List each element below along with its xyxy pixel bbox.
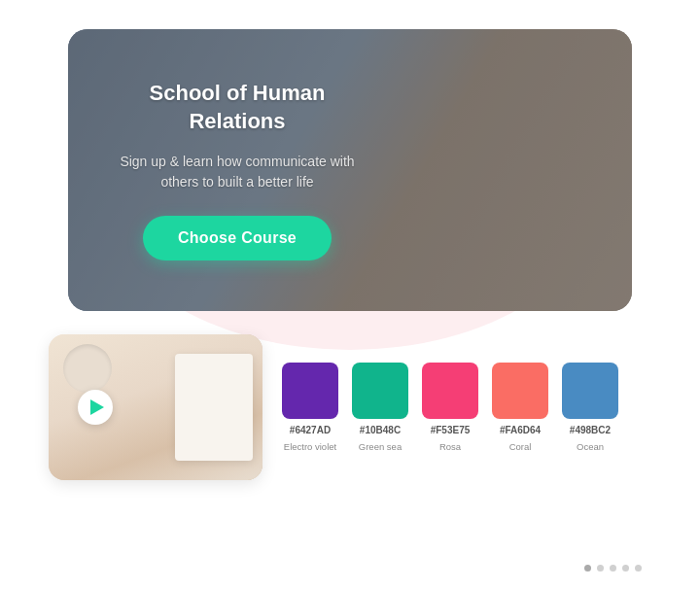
play-button[interactable] bbox=[78, 390, 113, 425]
swatches-section: #6427ADElectro violet#10B48CGreen sea#F5… bbox=[282, 363, 651, 452]
swatch-name-label: Ocean bbox=[577, 441, 604, 452]
video-thumbnail-card bbox=[49, 334, 262, 480]
page-wrapper: School of Human Relations Sign up & lear… bbox=[0, 0, 700, 589]
swatch-color-box bbox=[492, 363, 548, 419]
swatch-hex-label: #FA6D64 bbox=[500, 425, 541, 435]
hero-card: School of Human Relations Sign up & lear… bbox=[68, 29, 632, 311]
hero-content: School of Human Relations Sign up & lear… bbox=[68, 51, 406, 289]
hero-title: School of Human Relations bbox=[107, 80, 368, 135]
swatch-item[interactable]: #FA6D64Coral bbox=[492, 363, 548, 452]
swatch-hex-label: #6427AD bbox=[290, 425, 331, 435]
swatch-item[interactable]: #10B48CGreen sea bbox=[352, 363, 408, 452]
swatch-item[interactable]: #498BC2Ocean bbox=[562, 363, 618, 452]
swatch-color-box bbox=[422, 363, 478, 419]
swatch-item[interactable]: #F53E75Rosa bbox=[422, 363, 478, 452]
swatch-name-label: Rosa bbox=[439, 441, 461, 452]
bottom-section: #6427ADElectro violet#10B48CGreen sea#F5… bbox=[39, 334, 661, 480]
pagination-dot[interactable] bbox=[584, 565, 591, 572]
swatch-item[interactable]: #6427ADElectro violet bbox=[282, 363, 338, 452]
play-triangle-icon bbox=[90, 399, 104, 415]
pagination-dot[interactable] bbox=[597, 565, 604, 572]
swatch-name-label: Green sea bbox=[359, 441, 402, 452]
swatch-hex-label: #498BC2 bbox=[570, 425, 611, 435]
pagination-dot[interactable] bbox=[610, 565, 616, 572]
pagination-dot[interactable] bbox=[635, 565, 642, 572]
choose-course-button[interactable]: Choose Course bbox=[143, 216, 332, 260]
swatch-name-label: Electro violet bbox=[284, 441, 336, 452]
swatch-hex-label: #10B48C bbox=[360, 425, 401, 435]
pagination-dots bbox=[584, 565, 642, 572]
hero-subtitle: Sign up & learn how communicate with oth… bbox=[107, 152, 368, 192]
swatch-name-label: Coral bbox=[509, 441, 532, 452]
swatches-row: #6427ADElectro violet#10B48CGreen sea#F5… bbox=[282, 363, 651, 452]
pagination-dot[interactable] bbox=[622, 565, 629, 572]
swatch-color-box bbox=[282, 363, 338, 419]
swatch-hex-label: #F53E75 bbox=[431, 425, 471, 435]
swatch-color-box bbox=[562, 363, 618, 419]
video-card-inner bbox=[49, 334, 262, 480]
swatch-color-box bbox=[352, 363, 408, 419]
